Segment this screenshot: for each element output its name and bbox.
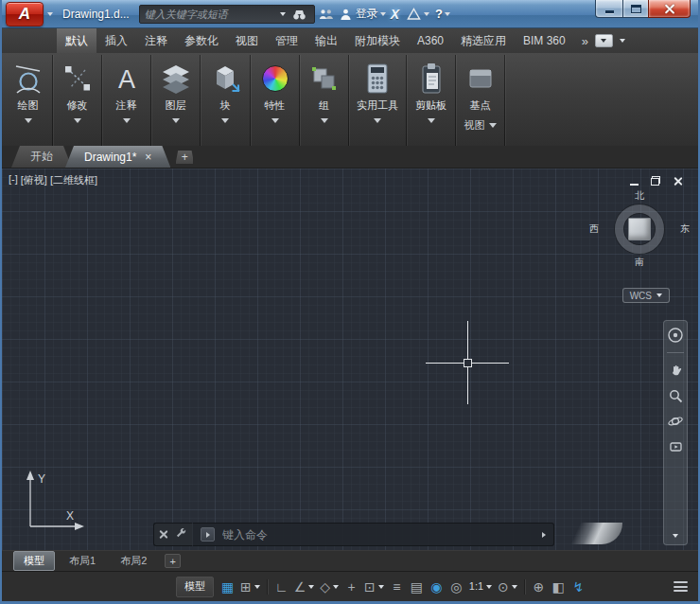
- document-restore-icon[interactable]: [651, 176, 660, 186]
- ribbon-panel-group[interactable]: 组: [300, 55, 349, 146]
- status-customization[interactable]: [671, 577, 691, 597]
- status-isolate-objects[interactable]: ◧: [549, 577, 569, 597]
- viewport-control-menu[interactable]: [-]: [9, 173, 18, 187]
- status-selection-cycling[interactable]: ▤: [407, 577, 427, 597]
- status-graphics-performance[interactable]: ↯: [569, 577, 588, 597]
- status-polar-tracking[interactable]: ∠: [291, 577, 318, 597]
- full-navigation-wheel-icon[interactable]: [667, 327, 684, 344]
- share-people-icon[interactable]: [318, 4, 334, 25]
- ribbon-panel-layers[interactable]: 图层: [151, 55, 201, 146]
- recent-commands-button[interactable]: [201, 527, 215, 542]
- pan-hand-icon[interactable]: [667, 362, 684, 379]
- layout-tab-布局1[interactable]: 布局1: [59, 551, 106, 571]
- close-button[interactable]: [648, 0, 691, 18]
- viewport-view-menu[interactable]: [俯视]: [21, 173, 47, 187]
- status-lineweight[interactable]: ≡: [387, 577, 407, 597]
- help-icon[interactable]: ?: [435, 7, 443, 21]
- command-expand-caret[interactable]: [542, 532, 546, 538]
- panel-flyout-caret[interactable]: [25, 118, 32, 123]
- help-caret[interactable]: [445, 12, 450, 16]
- panel-flyout-caret[interactable]: [271, 118, 279, 123]
- panel-flyout-caret[interactable]: [428, 118, 435, 123]
- status-model-space-toggle[interactable]: 模型: [176, 577, 214, 597]
- command-line-grip[interactable]: [153, 523, 193, 546]
- ribbon-tab-精选应用[interactable]: 精选应用: [452, 28, 515, 53]
- ribbon-tab-输出[interactable]: 输出: [306, 28, 346, 53]
- view-panel-title[interactable]: 视图: [464, 118, 497, 133]
- new-drawing-tab-button[interactable]: +: [175, 150, 194, 165]
- viewcube-north-label[interactable]: 北: [635, 189, 644, 203]
- search-binoculars-icon[interactable]: [292, 4, 306, 25]
- status-workspace-switching[interactable]: ⊙: [495, 577, 520, 597]
- status-object-snap[interactable]: ⊡: [361, 577, 387, 597]
- viewcube[interactable]: 北 南 西 东: [602, 191, 677, 267]
- status-annotation-scale[interactable]: 1:1: [466, 577, 495, 597]
- ribbon-tab-附加模块[interactable]: 附加模块: [346, 28, 409, 53]
- layout-tab-模型[interactable]: 模型: [13, 551, 55, 571]
- viewcube-east-label[interactable]: 东: [680, 222, 690, 236]
- exchange-apps-icon[interactable]: X: [391, 7, 399, 22]
- panel-flyout-caret[interactable]: [321, 118, 328, 123]
- ribbon-tab-A360[interactable]: A360: [409, 28, 452, 53]
- maximize-button[interactable]: [622, 0, 648, 18]
- zoom-icon[interactable]: [667, 387, 684, 404]
- viewport-visual-style-menu[interactable]: [二维线框]: [50, 173, 97, 187]
- wcs-dropdown[interactable]: WCS: [622, 288, 670, 303]
- status-object-snap-tracking[interactable]: +: [341, 577, 361, 597]
- status-isometric-drafting[interactable]: ◇: [317, 577, 341, 597]
- status-ortho-mode[interactable]: ∟: [271, 577, 291, 597]
- ribbon-minimize-button[interactable]: [595, 34, 613, 47]
- command-input[interactable]: [222, 528, 534, 542]
- showmotion-icon[interactable]: [667, 438, 684, 455]
- ribbon-panel-clipboard[interactable]: 剪贴板: [407, 55, 456, 146]
- ribbon-tab-视图[interactable]: 视图: [227, 28, 267, 53]
- panel-flyout-caret[interactable]: [172, 118, 180, 123]
- drawing-canvas[interactable]: [-] [俯视] [二维线框] 北 南 西 东 WCS: [2, 169, 698, 550]
- ribbon-panel-view[interactable]: 基点 视图: [456, 55, 505, 146]
- status-annotation-monitor[interactable]: ⊕: [529, 577, 549, 597]
- panel-flyout-caret[interactable]: [123, 118, 131, 123]
- status-snap-mode[interactable]: ⊞: [237, 577, 263, 597]
- new-layout-button[interactable]: +: [165, 554, 181, 568]
- a360-caret[interactable]: [424, 12, 429, 16]
- ribbon-tab-管理[interactable]: 管理: [267, 28, 306, 53]
- signin-person-icon[interactable]: [340, 4, 352, 25]
- status-autoscale[interactable]: ◎: [446, 577, 466, 597]
- file-tab-close-icon[interactable]: ×: [145, 151, 151, 163]
- quick-access-toolbar-caret[interactable]: [47, 12, 53, 16]
- ribbon-panel-modify[interactable]: 修改: [53, 55, 102, 146]
- ribbon-minimize-caret[interactable]: [620, 39, 625, 43]
- viewcube-south-label[interactable]: 南: [635, 256, 644, 269]
- ribbon-panel-properties[interactable]: 特性: [251, 55, 300, 146]
- layout-tab-布局2[interactable]: 布局2: [110, 551, 157, 571]
- application-menu-button[interactable]: A: [6, 2, 44, 27]
- signin-caret[interactable]: [380, 12, 386, 16]
- signin-label[interactable]: 登录: [356, 6, 378, 22]
- status-grid-display[interactable]: ▦: [218, 577, 237, 597]
- panel-flyout-caret[interactable]: [221, 118, 229, 123]
- ribbon-tab-默认[interactable]: 默认: [57, 28, 96, 53]
- ribbon-panel-block[interactable]: 块: [201, 55, 251, 146]
- ribbon-tab-BIM 360[interactable]: BIM 360: [515, 28, 574, 53]
- ribbon-overflow-button[interactable]: »: [582, 34, 588, 48]
- file-tab-Drawing1*[interactable]: Drawing1*×: [65, 146, 170, 168]
- file-tab-开始[interactable]: 开始: [11, 146, 72, 168]
- ribbon-tab-插入[interactable]: 插入: [96, 28, 136, 53]
- viewcube-west-label[interactable]: 西: [589, 222, 599, 236]
- ribbon-panel-utilities[interactable]: 实用工具: [349, 55, 407, 146]
- minimize-button[interactable]: [595, 0, 622, 18]
- command-close-icon[interactable]: [159, 530, 167, 539]
- ribbon-tab-注释[interactable]: 注释: [136, 28, 176, 53]
- a360-notification-icon[interactable]: [407, 4, 421, 25]
- orbit-icon[interactable]: [667, 413, 684, 430]
- search-input[interactable]: [145, 9, 276, 20]
- document-minimize-icon[interactable]: [630, 184, 639, 186]
- ribbon-panel-draw[interactable]: 绘图: [4, 55, 53, 146]
- search-scope-caret[interactable]: [280, 12, 286, 16]
- ucs-icon[interactable]: Y X: [11, 468, 91, 542]
- status-annotation-visibility[interactable]: ◉: [427, 577, 446, 597]
- panel-flyout-caret[interactable]: [74, 118, 81, 123]
- ribbon-tab-参数化[interactable]: 参数化: [176, 28, 227, 53]
- document-close-icon[interactable]: [673, 176, 683, 187]
- command-customize-wrench-icon[interactable]: [175, 527, 187, 542]
